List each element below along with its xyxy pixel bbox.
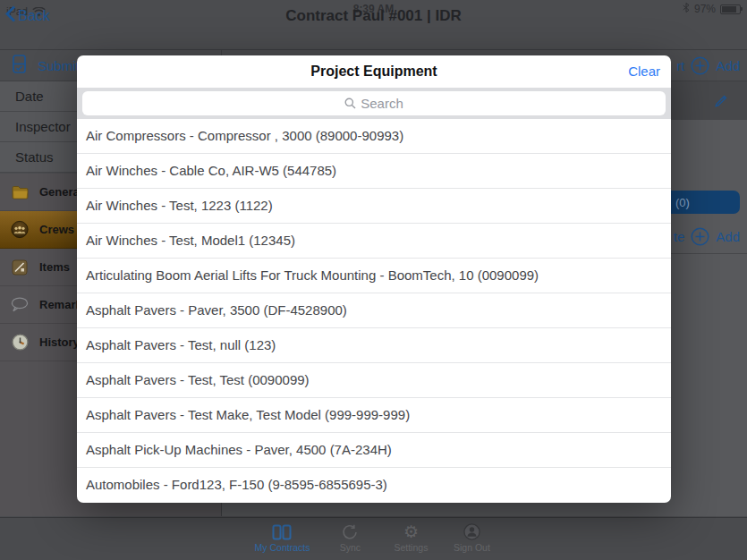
submit-button[interactable]: Submit [13,55,80,76]
folder-icon [11,183,29,201]
app-screen: iPad 8:39 AM 97% Back Contract Paul #001… [0,0,747,560]
page-title: Contract Paul #001 | IDR [0,7,747,25]
equipment-list-item[interactable]: Automobiles - Ford123, F-150 (9-8595-685… [77,468,671,503]
equipment-list-item[interactable]: Asphalt Pavers - Test Make, Test Model (… [77,398,671,433]
crews-icon [11,221,29,239]
sync-icon [342,522,358,540]
equipment-list-item[interactable]: Air Winches - Test, 1223 (1122) [77,189,671,224]
sidebar-item-label: Items [39,260,70,274]
search-input[interactable]: Search [82,91,666,115]
remarks-speech-bubble-icon [11,296,29,314]
equipment-list-item[interactable]: Asphalt Pavers - Test, null (123) [77,328,671,363]
gear-icon: ⚙ [403,522,419,540]
search-placeholder: Search [361,96,403,111]
equipment-list-item[interactable]: Articulating Boom Aerial Lifts For Truck… [77,259,671,293]
modal-title: Project Equipment [77,55,671,88]
tab-label: Sign Out [454,542,490,553]
equipment-list-item[interactable]: Air Compressors - Compressor , 3000 (890… [77,119,671,154]
tab-settings[interactable]: ⚙ Settings [390,522,431,560]
add-button[interactable]: Add [716,229,740,244]
equipment-list: Air Compressors - Compressor , 3000 (890… [77,119,671,503]
person-circle-icon [463,522,480,540]
count-badge: (0) [675,196,690,209]
delete-button-fragment[interactable]: te [674,229,685,244]
sidebar-item-label: History [39,335,80,349]
search-icon [344,98,356,109]
add-button[interactable]: Add [716,58,740,73]
tab-my-contracts[interactable]: My Contracts [255,522,310,560]
equipment-list-item[interactable]: Air Winches - Cable Co, AIR-W5 (544785) [77,154,671,189]
equipment-list-item[interactable]: Asphalt Pavers - Test, Test (0090099) [77,363,671,398]
equipment-list-item[interactable]: Asphalt Pavers - Paver, 3500 (DF-4528900… [77,293,671,328]
search-strip: Search [77,88,671,119]
sidebar-item-label: Crews [39,223,74,236]
clear-button[interactable]: Clear [628,55,660,88]
edit-pencil-icon[interactable] [713,92,729,112]
tab-label: Sync [340,542,361,553]
items-icon [11,259,29,276]
tab-label: Settings [394,542,428,553]
submit-label: Submit [38,58,80,73]
equipment-list-item[interactable]: Air Winches - Test, Model1 (12345) [77,224,671,259]
plus-circle-icon [691,56,709,75]
modal-header: Project Equipment Clear [77,55,671,88]
book-icon [272,522,292,540]
tab-label: My Contracts [255,542,310,553]
project-equipment-modal: Project Equipment Clear Search Air Compr… [77,55,671,503]
right-toolbar-label-fragment[interactable]: rt [676,58,684,73]
submit-checklist-icon [13,55,26,76]
tab-sync[interactable]: Sync [329,522,370,560]
plus-circle-icon [691,227,709,246]
tab-bar: My Contracts Sync ⚙ Settings Sign Out [0,517,747,560]
equipment-list-item[interactable]: Asphalt Pick-Up Machines - Paver, 4500 (… [77,433,671,468]
history-clock-icon [11,334,29,352]
tab-sign-out[interactable]: Sign Out [451,522,492,560]
